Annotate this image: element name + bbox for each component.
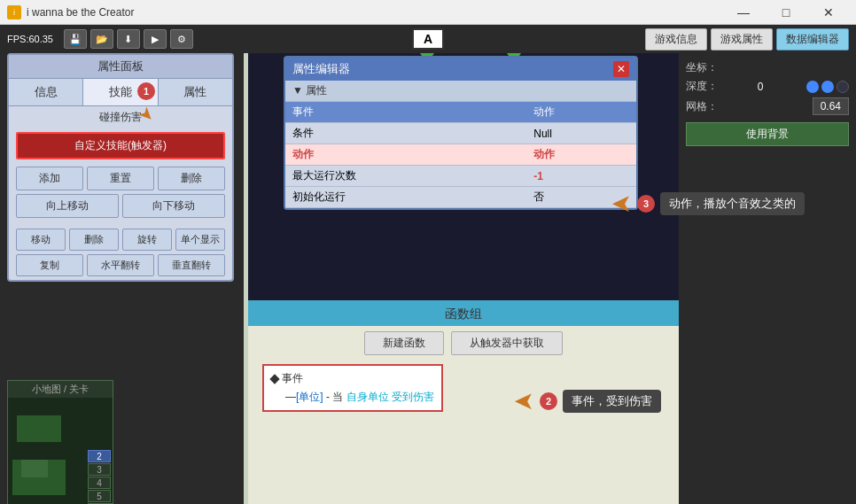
- save-button[interactable]: 💾: [64, 29, 87, 49]
- attr-row-0[interactable]: 事件 动作: [285, 102, 636, 123]
- badge-1-display: 1: [137, 82, 155, 100]
- delete-button[interactable]: 删除: [158, 167, 225, 190]
- annotation-3-bubble: 动作，播放个音效之类的: [660, 192, 805, 215]
- attr-move-buttons: 向上移动 向下移动: [9, 194, 232, 221]
- grid-value: 0.64: [813, 97, 849, 115]
- func-event-action: 受到伤害: [392, 391, 434, 403]
- move-down-button[interactable]: 向下移动: [122, 194, 225, 218]
- add-button[interactable]: 添加: [16, 167, 83, 190]
- attr-value-1: Null: [526, 123, 636, 144]
- coord-row: 坐标：: [686, 60, 849, 75]
- right-panel: 坐标： 深度： 0 网格： 0.64 使用背景: [679, 53, 856, 504]
- func-event-box: 事件 —[单位] - 当 自身单位 受到伤害: [262, 364, 443, 412]
- attr-panel-title: 属性面板 1: [9, 55, 232, 79]
- arrow-2-icon: ➤: [514, 386, 534, 415]
- play-mode-button[interactable]: A: [412, 28, 444, 50]
- tab-info[interactable]: 信息: [9, 79, 83, 105]
- data-editor-button[interactable]: 数据编辑器: [776, 28, 849, 50]
- map-level-2[interactable]: 2: [88, 450, 111, 462]
- grid-row: 网格： 0.64: [686, 97, 849, 115]
- attr-panel-title-text: 属性面板: [97, 59, 144, 73]
- reset-button[interactable]: 重置: [87, 167, 154, 190]
- close-button[interactable]: ✕: [808, 0, 849, 25]
- settings-button[interactable]: ⚙: [170, 29, 193, 49]
- new-func-button[interactable]: 新建函数: [364, 331, 444, 355]
- map-level-3[interactable]: 3: [88, 463, 111, 476]
- use-bg-button[interactable]: 使用背景: [686, 122, 849, 146]
- rotate-tool-button[interactable]: 旋转: [122, 229, 172, 251]
- mini-map-title: 小地图 / 关卡: [8, 381, 113, 398]
- attr-row-1[interactable]: 条件 Null: [285, 123, 636, 144]
- toolbar: FPS:60.35 💾 📂 ⬇ ▶ ⚙ A 游戏信息 游戏属性 数据编辑器: [0, 25, 856, 53]
- attr-value-2: 动作: [526, 144, 636, 166]
- attr-row-3[interactable]: 最大运行次数 -1: [285, 166, 636, 187]
- export-button[interactable]: ⬇: [117, 29, 140, 49]
- terrain-3: [17, 415, 61, 442]
- titlebar-controls: — □ ✕: [723, 0, 849, 25]
- h-flip-button[interactable]: 水平翻转: [87, 254, 154, 276]
- titlebar: i i wanna be the Creator — □ ✕: [0, 0, 856, 25]
- delete-tool-button[interactable]: 删除: [69, 229, 119, 251]
- get-from-trigger-button[interactable]: 从触发器中获取: [451, 331, 563, 355]
- map-level-4[interactable]: 4: [88, 477, 111, 489]
- attr-section-header: ▼ 属性: [285, 81, 636, 102]
- attr-row-2[interactable]: 动作 动作: [285, 144, 636, 166]
- func-event-title: 事件: [271, 371, 434, 386]
- copy-button[interactable]: 复制: [16, 254, 83, 276]
- titlebar-left: i i wanna be the Creator: [7, 5, 134, 19]
- minimize-button[interactable]: —: [723, 0, 764, 25]
- func-event-prefix: —: [285, 391, 296, 403]
- dot-3: [837, 81, 849, 93]
- toolbar-right: 游戏信息 游戏属性 数据编辑器: [645, 28, 849, 50]
- map-levels: 2 3 4 5: [86, 448, 113, 504]
- tab-attr[interactable]: 属性: [159, 79, 232, 105]
- map-level-5[interactable]: 5: [88, 490, 111, 502]
- depth-row: 深度： 0: [686, 79, 849, 94]
- attr-row-4[interactable]: 初始化运行 否: [285, 187, 636, 208]
- annotation-3-container: ➤ 3 动作，播放个音效之类的: [611, 189, 805, 218]
- move-up-button[interactable]: 向上移动: [16, 194, 119, 218]
- terrain-bg: [8, 398, 88, 504]
- attr-editor-header: 属性编辑器 ✕: [285, 58, 636, 81]
- attr-editor-title: 属性编辑器: [292, 61, 350, 77]
- mini-map-content: 2 3 4 5: [8, 398, 113, 504]
- badge-2: 2: [540, 392, 557, 410]
- annotation-1-container: 1 ➤: [137, 82, 155, 125]
- depth-label: 深度：: [686, 79, 718, 94]
- depth-value: 0: [758, 81, 764, 93]
- game-attr-button[interactable]: 游戏属性: [711, 28, 773, 50]
- maximize-button[interactable]: □: [766, 0, 806, 25]
- arrow-3-icon: ➤: [611, 189, 632, 218]
- load-button[interactable]: 📂: [90, 29, 113, 49]
- diamond-icon: [269, 374, 279, 384]
- func-event-item: —[单位] - 当 自身单位 受到伤害: [271, 390, 434, 405]
- attr-action-buttons: 添加 重置 删除: [9, 163, 232, 194]
- attr-label-1: 条件: [285, 123, 526, 144]
- app-icon: i: [7, 5, 21, 19]
- toolbar-center: A: [412, 28, 444, 50]
- func-event-name: 事件: [282, 371, 303, 386]
- left-panel: 属性面板 1 信息 技能 属性 碰撞伤害 自定义技能(触发器) 添加 重置 删除: [0, 53, 244, 504]
- toolbar2-row2: 复制 水平翻转 垂直翻转: [9, 254, 232, 280]
- attr-label-2: 动作: [285, 144, 526, 166]
- toolbar2-row: 移动 删除 旋转 单个显示: [9, 225, 232, 254]
- window-title: i wanna be the Creator: [27, 6, 134, 19]
- play-mode-label: A: [424, 32, 432, 46]
- game-info-button[interactable]: 游戏信息: [645, 28, 707, 50]
- v-flip-button[interactable]: 垂直翻转: [158, 254, 225, 276]
- single-display-button[interactable]: 单个显示: [175, 229, 225, 251]
- func-event-unit: [单位]: [296, 391, 323, 403]
- attr-label-4: 初始化运行: [285, 187, 526, 208]
- dot-1[interactable]: [806, 81, 819, 93]
- annotation-2-bubble: 事件，受到伤害: [563, 390, 661, 413]
- play-button[interactable]: ▶: [144, 29, 167, 49]
- attr-editor-close-button[interactable]: ✕: [613, 61, 629, 77]
- func-event-self: 自身单位: [346, 391, 389, 403]
- move-tool-button[interactable]: 移动: [16, 229, 66, 251]
- attr-selected-item[interactable]: 自定义技能(触发器): [16, 132, 225, 159]
- terrain-2: [21, 460, 48, 477]
- main-content: FPS:60.35 💾 📂 ⬇ ▶ ⚙ A 游戏信息 游戏属性 数据编辑器 属性…: [0, 25, 856, 504]
- dot-2[interactable]: [821, 81, 834, 93]
- mini-map: 小地图 / 关卡 2 3 4 5: [7, 380, 113, 504]
- annotation-1: 1 ➤: [137, 82, 155, 125]
